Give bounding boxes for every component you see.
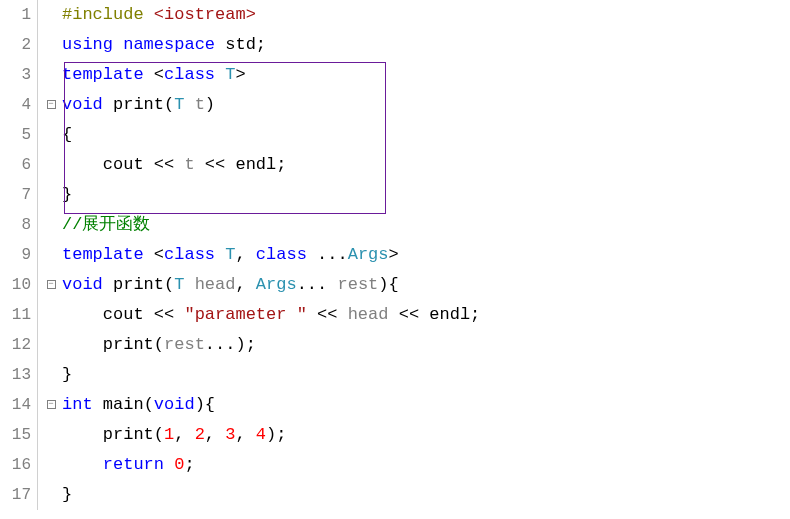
line-number: 14 xyxy=(0,390,38,420)
line-number: 17 xyxy=(0,480,38,510)
line-number: 11 xyxy=(0,300,38,330)
code-line[interactable]: 15 print(1, 2, 3, 4); xyxy=(0,420,790,450)
line-number: 13 xyxy=(0,360,38,390)
code-line[interactable]: 2 using namespace std; xyxy=(0,30,790,60)
fold-toggle[interactable]: − xyxy=(44,90,58,120)
line-number: 8 xyxy=(0,210,38,240)
code-line[interactable]: 1 #include <iostream> xyxy=(0,0,790,30)
collapse-icon: − xyxy=(47,100,56,109)
code-content[interactable]: } xyxy=(58,480,72,510)
code-content[interactable]: cout << t << endl; xyxy=(58,150,286,180)
line-number: 16 xyxy=(0,450,38,480)
code-line[interactable]: 6 cout << t << endl; xyxy=(0,150,790,180)
line-number: 15 xyxy=(0,420,38,450)
line-number: 2 xyxy=(0,30,38,60)
collapse-icon: − xyxy=(47,400,56,409)
collapse-icon: − xyxy=(47,280,56,289)
code-line[interactable]: 17 } xyxy=(0,480,790,510)
line-number: 10 xyxy=(0,270,38,300)
code-content[interactable]: } xyxy=(58,180,72,210)
code-content[interactable]: return 0; xyxy=(58,450,195,480)
code-line[interactable]: 5 { xyxy=(0,120,790,150)
code-content[interactable]: cout << "parameter " << head << endl; xyxy=(58,300,480,330)
code-line[interactable]: 12 print(rest...); xyxy=(0,330,790,360)
code-content[interactable]: void print(T t) xyxy=(58,90,215,120)
code-content[interactable]: #include <iostream> xyxy=(58,0,256,30)
line-number: 1 xyxy=(0,0,38,30)
line-number: 7 xyxy=(0,180,38,210)
code-line[interactable]: 10 − void print(T head, Args... rest){ xyxy=(0,270,790,300)
code-content[interactable]: { xyxy=(58,120,72,150)
code-content[interactable]: int main(void){ xyxy=(58,390,215,420)
line-number: 5 xyxy=(0,120,38,150)
code-content[interactable]: //展开函数 xyxy=(58,210,150,240)
line-number: 12 xyxy=(0,330,38,360)
fold-toggle[interactable]: − xyxy=(44,390,58,420)
code-line[interactable]: 7 } xyxy=(0,180,790,210)
code-content[interactable]: template <class T> xyxy=(58,60,246,90)
line-number: 6 xyxy=(0,150,38,180)
code-content[interactable]: } xyxy=(58,360,72,390)
code-line[interactable]: 4 − void print(T t) xyxy=(0,90,790,120)
code-content[interactable]: using namespace std; xyxy=(58,30,266,60)
code-line[interactable]: 9 template <class T, class ...Args> xyxy=(0,240,790,270)
code-line[interactable]: 16 return 0; xyxy=(0,450,790,480)
line-number: 3 xyxy=(0,60,38,90)
code-content[interactable]: print(1, 2, 3, 4); xyxy=(58,420,286,450)
line-number: 4 xyxy=(0,90,38,120)
code-line[interactable]: 8 //展开函数 xyxy=(0,210,790,240)
code-editor[interactable]: 1 #include <iostream> 2 using namespace … xyxy=(0,0,790,519)
line-number: 9 xyxy=(0,240,38,270)
fold-toggle[interactable]: − xyxy=(44,270,58,300)
code-line[interactable]: 3 template <class T> xyxy=(0,60,790,90)
code-content[interactable]: print(rest...); xyxy=(58,330,256,360)
code-line[interactable]: 14 − int main(void){ xyxy=(0,390,790,420)
code-content[interactable]: template <class T, class ...Args> xyxy=(58,240,399,270)
code-line[interactable]: 11 cout << "parameter " << head << endl; xyxy=(0,300,790,330)
code-content[interactable]: void print(T head, Args... rest){ xyxy=(58,270,399,300)
code-line[interactable]: 13 } xyxy=(0,360,790,390)
